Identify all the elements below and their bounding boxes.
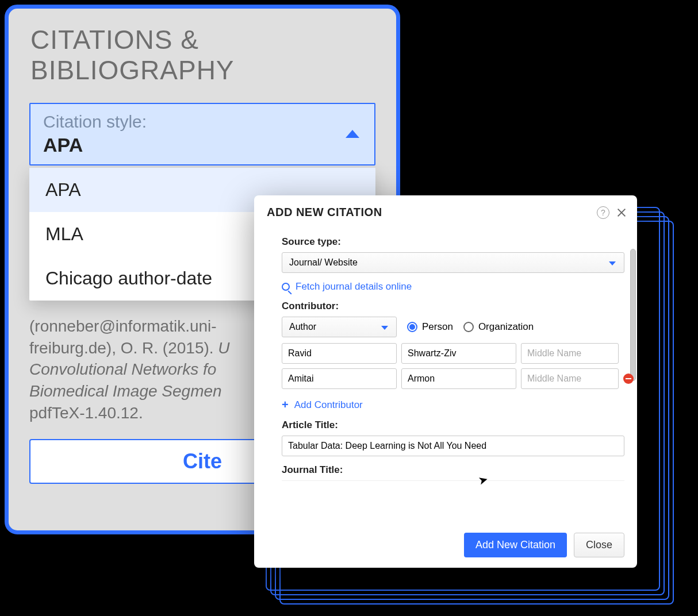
panel-title: CITATIONS & BIBLIOGRAPHY: [9, 9, 396, 91]
preview-text: freiburg.de), O. R. (2015).: [29, 339, 214, 357]
citation-style-label: Citation style:: [43, 112, 362, 132]
help-icon[interactable]: ?: [597, 206, 609, 219]
dialog-footer: Add New Citation Close: [254, 525, 637, 568]
middle-name-input[interactable]: [521, 343, 619, 364]
chevron-down-icon: [609, 261, 616, 265]
dialog-body: Source type: Journal/ Website Fetch jour…: [254, 227, 637, 525]
dialog-header: ADD NEW CITATION ?: [254, 195, 637, 227]
radio-person-label: Person: [422, 321, 453, 333]
add-citation-dialog: ADD NEW CITATION ? Source type: Journal/…: [254, 195, 637, 568]
preview-text: Convolutional Networks fo: [29, 360, 216, 378]
contributor-type-value: Author: [289, 322, 316, 332]
first-name-input[interactable]: [282, 343, 397, 364]
middle-name-input[interactable]: [521, 368, 619, 389]
source-type-label: Source type:: [282, 236, 624, 248]
citation-style-value: APA: [43, 134, 362, 156]
add-contributor-text: Add Contributor: [294, 399, 363, 411]
radio-icon: [407, 322, 417, 332]
search-icon: [282, 283, 290, 291]
contributor-type-select[interactable]: Author: [282, 317, 397, 337]
radio-organization[interactable]: Organization: [463, 321, 534, 333]
close-icon[interactable]: [616, 207, 627, 218]
close-button[interactable]: Close: [574, 533, 624, 557]
radio-icon: [463, 322, 474, 332]
radio-org-label: Organization: [478, 321, 534, 333]
article-title-input[interactable]: [282, 436, 624, 456]
fetch-details-link[interactable]: Fetch journal details online: [282, 281, 624, 292]
citation-style-select[interactable]: Citation style: APA: [29, 103, 375, 165]
source-type-value: Journal/ Website: [289, 257, 358, 267]
add-citation-button[interactable]: Add New Citation: [464, 533, 567, 557]
chevron-down-icon: [381, 326, 388, 330]
dialog-title: ADD NEW CITATION: [267, 206, 597, 219]
last-name-input[interactable]: [401, 368, 516, 389]
contributor-label: Contributor:: [282, 301, 624, 312]
chevron-up-icon: [346, 130, 359, 138]
source-type-select[interactable]: Journal/ Website: [282, 252, 624, 273]
preview-text: pdfTeX-1.40.12.: [29, 404, 143, 422]
scrollbar-thumb[interactable]: [630, 249, 636, 381]
remove-row-icon[interactable]: [623, 374, 634, 384]
add-contributor-link[interactable]: + Add Contributor: [282, 398, 624, 411]
fetch-link-text: Fetch journal details online: [296, 281, 412, 292]
preview-text: Biomedical Image Segmen: [29, 382, 222, 400]
preview-text: U: [218, 339, 229, 357]
first-name-input[interactable]: [282, 368, 397, 389]
last-name-input[interactable]: [401, 343, 516, 364]
preview-text: (ronneber@informatik.uni-: [29, 317, 217, 335]
journal-title-label: Journal Title:: [282, 464, 624, 476]
plus-icon: +: [282, 398, 289, 411]
radio-person[interactable]: Person: [407, 321, 453, 333]
article-title-label: Article Title:: [282, 419, 624, 431]
